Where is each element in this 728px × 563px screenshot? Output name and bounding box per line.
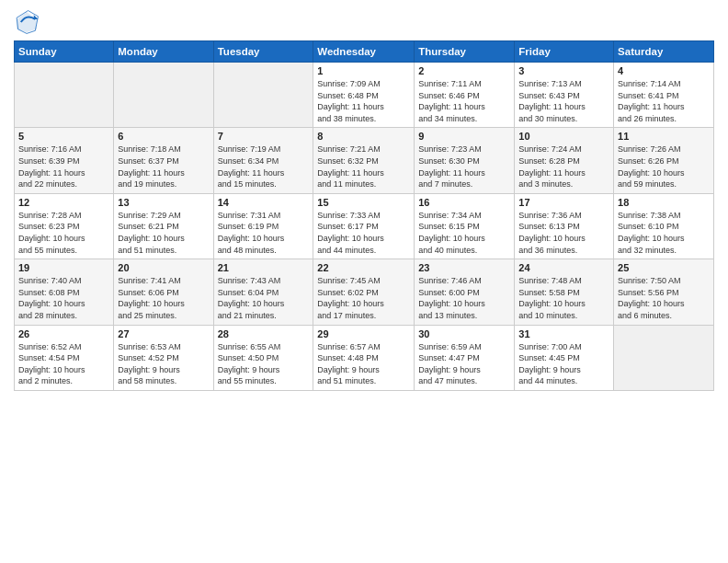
day-info: Sunrise: 7:33 AM Sunset: 6:17 PM Dayligh… — [317, 210, 410, 256]
day-number: 18 — [618, 197, 710, 208]
day-info: Sunrise: 7:09 AM Sunset: 6:48 PM Dayligh… — [317, 78, 410, 124]
day-info: Sunrise: 7:29 AM Sunset: 6:21 PM Dayligh… — [118, 210, 209, 256]
day-number: 8 — [317, 131, 410, 142]
day-number: 9 — [418, 131, 510, 142]
calendar-cell: 23Sunrise: 7:46 AM Sunset: 6:00 PM Dayli… — [415, 259, 515, 325]
calendar-cell: 10Sunrise: 7:24 AM Sunset: 6:28 PM Dayli… — [515, 128, 614, 193]
calendar-cell: 18Sunrise: 7:38 AM Sunset: 6:10 PM Dayli… — [614, 193, 714, 259]
calendar-week-row: 26Sunrise: 6:52 AM Sunset: 4:54 PM Dayli… — [15, 325, 714, 390]
calendar-cell: 2Sunrise: 7:11 AM Sunset: 6:46 PM Daylig… — [415, 63, 515, 128]
calendar-cell: 31Sunrise: 7:00 AM Sunset: 4:45 PM Dayli… — [515, 325, 614, 390]
day-number: 11 — [618, 131, 710, 142]
day-number: 16 — [418, 197, 510, 208]
calendar-cell: 6Sunrise: 7:18 AM Sunset: 6:37 PM Daylig… — [114, 128, 213, 193]
day-number: 30 — [418, 328, 510, 339]
day-number: 23 — [418, 262, 510, 273]
calendar-week-row: 5Sunrise: 7:16 AM Sunset: 6:39 PM Daylig… — [15, 128, 714, 193]
calendar-cell: 8Sunrise: 7:21 AM Sunset: 6:32 PM Daylig… — [313, 128, 415, 193]
day-info: Sunrise: 6:59 AM Sunset: 4:47 PM Dayligh… — [418, 341, 510, 387]
day-info: Sunrise: 7:19 AM Sunset: 6:34 PM Dayligh… — [218, 144, 310, 190]
day-info: Sunrise: 7:16 AM Sunset: 6:39 PM Dayligh… — [18, 144, 109, 190]
day-number: 5 — [18, 131, 109, 142]
day-number: 27 — [118, 328, 209, 339]
calendar-cell: 25Sunrise: 7:50 AM Sunset: 5:56 PM Dayli… — [614, 259, 714, 325]
day-number: 17 — [518, 197, 609, 208]
calendar-cell: 27Sunrise: 6:53 AM Sunset: 4:52 PM Dayli… — [114, 325, 213, 390]
day-info: Sunrise: 7:26 AM Sunset: 6:26 PM Dayligh… — [618, 144, 710, 190]
day-number: 4 — [618, 65, 710, 76]
calendar-header-tuesday: Tuesday — [213, 41, 313, 63]
day-info: Sunrise: 7:11 AM Sunset: 6:46 PM Dayligh… — [418, 78, 510, 124]
day-info: Sunrise: 7:13 AM Sunset: 6:43 PM Dayligh… — [518, 78, 609, 124]
calendar-header-wednesday: Wednesday — [313, 41, 415, 63]
day-number: 24 — [518, 262, 609, 273]
calendar-cell: 21Sunrise: 7:43 AM Sunset: 6:04 PM Dayli… — [213, 259, 313, 325]
calendar-cell — [213, 63, 313, 128]
calendar-cell: 5Sunrise: 7:16 AM Sunset: 6:39 PM Daylig… — [15, 128, 114, 193]
calendar-week-row: 19Sunrise: 7:40 AM Sunset: 6:08 PM Dayli… — [15, 259, 714, 325]
day-number: 26 — [18, 328, 109, 339]
day-info: Sunrise: 7:45 AM Sunset: 6:02 PM Dayligh… — [317, 275, 410, 321]
day-info: Sunrise: 6:55 AM Sunset: 4:50 PM Dayligh… — [218, 341, 310, 387]
svg-marker-0 — [17, 12, 37, 32]
day-number: 7 — [218, 131, 310, 142]
calendar-cell: 22Sunrise: 7:45 AM Sunset: 6:02 PM Dayli… — [313, 259, 415, 325]
day-number: 12 — [18, 197, 109, 208]
calendar-cell: 14Sunrise: 7:31 AM Sunset: 6:19 PM Dayli… — [213, 193, 313, 259]
day-info: Sunrise: 7:38 AM Sunset: 6:10 PM Dayligh… — [618, 210, 710, 256]
calendar-cell — [114, 63, 213, 128]
calendar-cell: 19Sunrise: 7:40 AM Sunset: 6:08 PM Dayli… — [15, 259, 114, 325]
day-number: 13 — [118, 197, 209, 208]
day-info: Sunrise: 7:31 AM Sunset: 6:19 PM Dayligh… — [218, 210, 310, 256]
day-number: 6 — [118, 131, 209, 142]
day-info: Sunrise: 7:50 AM Sunset: 5:56 PM Dayligh… — [618, 275, 710, 321]
calendar-header-friday: Friday — [515, 41, 614, 63]
calendar-cell: 9Sunrise: 7:23 AM Sunset: 6:30 PM Daylig… — [415, 128, 515, 193]
day-info: Sunrise: 7:23 AM Sunset: 6:30 PM Dayligh… — [418, 144, 510, 190]
calendar-cell: 24Sunrise: 7:48 AM Sunset: 5:58 PM Dayli… — [515, 259, 614, 325]
day-info: Sunrise: 7:28 AM Sunset: 6:23 PM Dayligh… — [18, 210, 109, 256]
day-number: 25 — [618, 262, 710, 273]
day-info: Sunrise: 7:24 AM Sunset: 6:28 PM Dayligh… — [518, 144, 609, 190]
calendar-cell: 11Sunrise: 7:26 AM Sunset: 6:26 PM Dayli… — [614, 128, 714, 193]
calendar-cell: 7Sunrise: 7:19 AM Sunset: 6:34 PM Daylig… — [213, 128, 313, 193]
logo-icon — [14, 9, 40, 35]
svg-marker-2 — [34, 15, 39, 19]
calendar-week-row: 1Sunrise: 7:09 AM Sunset: 6:48 PM Daylig… — [15, 63, 714, 128]
calendar-header-saturday: Saturday — [614, 41, 714, 63]
calendar-cell: 15Sunrise: 7:33 AM Sunset: 6:17 PM Dayli… — [313, 193, 415, 259]
day-info: Sunrise: 7:40 AM Sunset: 6:08 PM Dayligh… — [18, 275, 109, 321]
day-info: Sunrise: 6:53 AM Sunset: 4:52 PM Dayligh… — [118, 341, 209, 387]
day-number: 14 — [218, 197, 310, 208]
calendar-header-sunday: Sunday — [15, 41, 114, 63]
day-number: 28 — [218, 328, 310, 339]
day-info: Sunrise: 7:00 AM Sunset: 4:45 PM Dayligh… — [518, 341, 609, 387]
day-info: Sunrise: 7:41 AM Sunset: 6:06 PM Dayligh… — [118, 275, 209, 321]
day-number: 21 — [218, 262, 310, 273]
day-info: Sunrise: 6:52 AM Sunset: 4:54 PM Dayligh… — [18, 341, 109, 387]
day-number: 22 — [317, 262, 410, 273]
day-info: Sunrise: 7:18 AM Sunset: 6:37 PM Dayligh… — [118, 144, 209, 190]
day-info: Sunrise: 7:21 AM Sunset: 6:32 PM Dayligh… — [317, 144, 410, 190]
day-number: 29 — [317, 328, 410, 339]
calendar-cell: 16Sunrise: 7:34 AM Sunset: 6:15 PM Dayli… — [415, 193, 515, 259]
calendar-cell: 17Sunrise: 7:36 AM Sunset: 6:13 PM Dayli… — [515, 193, 614, 259]
day-number: 10 — [518, 131, 609, 142]
day-info: Sunrise: 7:34 AM Sunset: 6:15 PM Dayligh… — [418, 210, 510, 256]
day-info: Sunrise: 7:43 AM Sunset: 6:04 PM Dayligh… — [218, 275, 310, 321]
calendar: SundayMondayTuesdayWednesdayThursdayFrid… — [14, 40, 714, 391]
calendar-cell: 28Sunrise: 6:55 AM Sunset: 4:50 PM Dayli… — [213, 325, 313, 390]
calendar-cell — [614, 325, 714, 390]
calendar-cell: 26Sunrise: 6:52 AM Sunset: 4:54 PM Dayli… — [15, 325, 114, 390]
calendar-header-row: SundayMondayTuesdayWednesdayThursdayFrid… — [15, 41, 714, 63]
calendar-cell: 4Sunrise: 7:14 AM Sunset: 6:41 PM Daylig… — [614, 63, 714, 128]
calendar-cell: 12Sunrise: 7:28 AM Sunset: 6:23 PM Dayli… — [15, 193, 114, 259]
day-info: Sunrise: 7:48 AM Sunset: 5:58 PM Dayligh… — [518, 275, 609, 321]
day-number: 15 — [317, 197, 410, 208]
calendar-header-thursday: Thursday — [415, 41, 515, 63]
logo — [14, 9, 43, 35]
day-number: 3 — [518, 65, 609, 76]
calendar-cell: 13Sunrise: 7:29 AM Sunset: 6:21 PM Dayli… — [114, 193, 213, 259]
day-info: Sunrise: 7:46 AM Sunset: 6:00 PM Dayligh… — [418, 275, 510, 321]
day-number: 31 — [518, 328, 609, 339]
